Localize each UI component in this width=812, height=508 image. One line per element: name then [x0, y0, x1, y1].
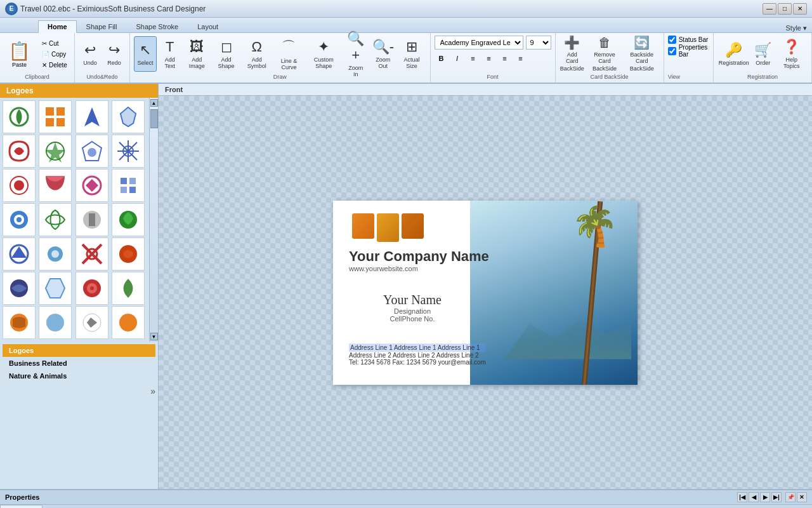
align-right-button[interactable]: ≡	[498, 51, 512, 65]
add-image-button[interactable]: 🖼 Add Image	[183, 36, 211, 72]
props-tab-general[interactable]: General	[0, 505, 43, 508]
scroll-up-button[interactable]: ▲	[150, 99, 158, 107]
undo-button[interactable]: ↩ Undo	[79, 36, 102, 72]
list-item[interactable]	[112, 272, 145, 305]
list-item[interactable]	[3, 169, 36, 202]
add-text-button[interactable]: T Add Text	[158, 36, 182, 72]
actual-size-button[interactable]: ⊞ Actual Size	[398, 36, 426, 72]
tab-shape-fill[interactable]: Shape Fill	[77, 20, 127, 32]
list-item[interactable]	[75, 203, 108, 236]
list-item[interactable]	[75, 272, 108, 305]
props-tab-stroke[interactable]: Stroke	[68, 505, 105, 508]
list-item[interactable]	[75, 237, 108, 271]
sidebar-item-nature[interactable]: Nature & Animals	[3, 370, 155, 382]
cell-phone[interactable]: CellPhone No.	[349, 315, 476, 323]
close-button[interactable]: ✕	[793, 3, 807, 15]
line-curve-button[interactable]: ⌒ Line & Curve	[273, 36, 304, 72]
list-item[interactable]	[75, 169, 108, 202]
help-topics-button[interactable]: ❓ Help Topics	[776, 36, 808, 72]
properties-bar-label: Properties Bar	[679, 44, 709, 58]
company-url[interactable]: www.yourwebsite.com	[349, 265, 489, 272]
sidebar-expand-button[interactable]: »	[0, 385, 158, 398]
address-line-1[interactable]: Address Line 1 Address Line 1 Address Li…	[349, 344, 486, 352]
props-nav-prev[interactable]: ◀	[749, 492, 759, 502]
paste-button[interactable]: 📋 Paste	[4, 38, 35, 70]
sidebar-item-logoes[interactable]: Logoes	[3, 344, 155, 357]
tab-layout[interactable]: Layout	[188, 20, 228, 32]
custom-shape-button[interactable]: ✦ Custom Shape	[306, 36, 341, 72]
sidebar-item-business[interactable]: Business Related	[3, 357, 155, 370]
align-center-button[interactable]: ≡	[482, 51, 496, 65]
justify-button[interactable]: ≡	[514, 51, 528, 65]
list-item[interactable]	[112, 237, 145, 271]
scroll-down-button[interactable]: ▼	[150, 333, 158, 340]
props-tab-shadow[interactable]: Shadow	[105, 505, 147, 508]
props-tab-fill[interactable]: Fill	[43, 505, 68, 508]
list-item[interactable]	[75, 306, 108, 339]
zoom-out-button[interactable]: 🔍- Zoom Out	[370, 36, 396, 72]
tab-home[interactable]: Home	[38, 20, 77, 33]
sidebar-scrollbar[interactable]: ▲ ▼	[149, 98, 158, 342]
style-button[interactable]: Style ▾	[785, 24, 807, 32]
redo-button[interactable]: ↪ Redo	[103, 36, 126, 72]
list-item[interactable]	[112, 203, 145, 236]
props-close-button[interactable]: ✕	[797, 492, 807, 502]
add-shape-button[interactable]: ◻ Add Shape	[212, 36, 240, 72]
list-item[interactable]	[39, 169, 72, 202]
cut-button[interactable]: ✂ Cut	[39, 38, 70, 49]
list-item[interactable]	[112, 306, 145, 339]
list-item[interactable]	[3, 306, 36, 339]
list-item[interactable]	[3, 272, 36, 305]
status-bar-checkbox[interactable]	[668, 36, 676, 44]
props-nav-first[interactable]: |◀	[737, 492, 747, 502]
canvas-tab-front[interactable]: Front	[165, 86, 183, 93]
designation[interactable]: Designation	[349, 307, 476, 315]
props-nav-next[interactable]: ▶	[760, 492, 770, 502]
font-name-select[interactable]: Academy Engraved Le	[435, 36, 523, 50]
list-item[interactable]	[75, 135, 108, 168]
list-item[interactable]	[3, 135, 36, 168]
props-nav-last[interactable]: ▶|	[771, 492, 782, 502]
minimize-button[interactable]: —	[763, 3, 776, 15]
font-size-select[interactable]: 9	[526, 36, 551, 50]
copy-button[interactable]: 📄 Copy	[39, 49, 70, 60]
list-item[interactable]	[39, 135, 72, 168]
properties-bar-checkbox[interactable]	[668, 47, 676, 55]
list-item[interactable]	[39, 100, 72, 133]
list-item[interactable]	[39, 203, 72, 236]
list-item[interactable]	[39, 272, 72, 305]
add-symbol-button[interactable]: Ω Add Symbol	[242, 36, 272, 72]
bold-button[interactable]: B	[435, 51, 449, 65]
list-item[interactable]	[112, 135, 145, 168]
list-item[interactable]	[39, 306, 72, 339]
list-item[interactable]	[112, 100, 145, 133]
add-card-backside-button[interactable]: ➕ Add Card BackSide	[560, 36, 586, 71]
backside-card-button[interactable]: 🔄 Backside Card BackSide	[624, 36, 660, 71]
zoom-in-button[interactable]: 🔍+ Zoom In	[343, 36, 369, 72]
align-left-button[interactable]: ≡	[466, 51, 480, 65]
tab-shape-stroke[interactable]: Shape Stroke	[126, 20, 188, 32]
list-item[interactable]	[75, 100, 108, 133]
select-button[interactable]: ↖ Select	[134, 36, 157, 72]
custom-shape-icon: ✦	[318, 39, 329, 55]
order-button[interactable]: 🛒 Order	[752, 36, 775, 72]
list-item[interactable]	[112, 169, 145, 202]
scroll-thumb[interactable]	[150, 109, 158, 128]
contact-info[interactable]: Tel: 1234 5678 Fax: 1234 5679 your@email…	[349, 359, 486, 366]
delete-button[interactable]: ✕ Delete	[39, 60, 70, 70]
person-name[interactable]: Your Name	[349, 293, 476, 307]
list-item[interactable]	[3, 203, 36, 236]
list-item[interactable]	[3, 237, 36, 271]
business-card[interactable]: 🌴 Your Company Name www.yourwebsite.com	[333, 201, 638, 385]
remove-card-backside-button[interactable]: 🗑 Remove Card BackSide	[587, 36, 622, 71]
title-bar-controls[interactable]: — □ ✕	[763, 3, 807, 15]
address-line-2[interactable]: Address Line 2 Address Line 2 Address Li…	[349, 352, 486, 359]
registration-button[interactable]: 🔑 Registration	[717, 36, 750, 72]
canvas-content[interactable]: 🌴 Your Company Name www.yourwebsite.com	[159, 96, 812, 489]
maximize-button[interactable]: □	[778, 3, 792, 15]
italic-button[interactable]: I	[450, 51, 464, 65]
list-item[interactable]	[39, 237, 72, 271]
list-item[interactable]	[3, 100, 36, 133]
props-pin-button[interactable]: 📌	[785, 492, 796, 502]
company-name[interactable]: Your Company Name	[349, 248, 489, 265]
